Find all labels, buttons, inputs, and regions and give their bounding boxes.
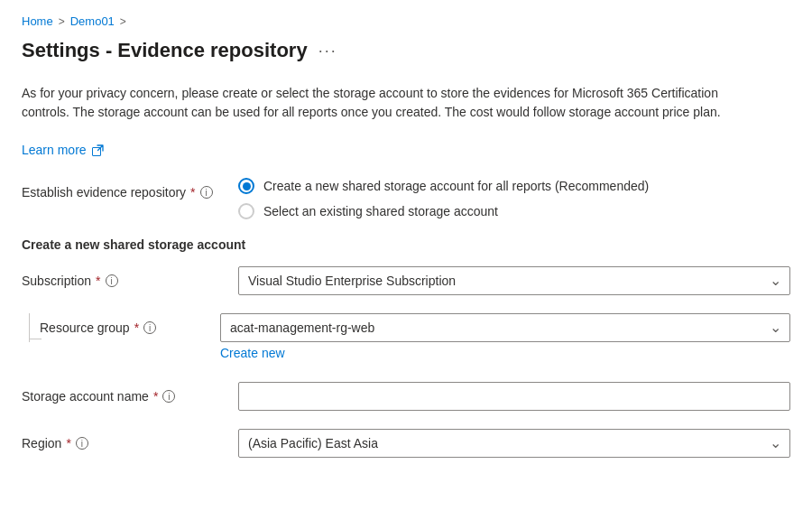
storage-account-control-col <box>238 382 790 411</box>
storage-account-info-icon[interactable]: i <box>162 390 175 403</box>
establish-repository-row: Establish evidence repository * i Create… <box>22 178 790 219</box>
radio-group: Create a new shared storage account for … <box>238 178 790 219</box>
external-link-icon <box>92 144 104 156</box>
breadcrumb-home[interactable]: Home <box>22 14 53 28</box>
establish-required: * <box>190 185 195 200</box>
region-row: Region * i (Asia Pacific) East Asia <box>22 429 790 458</box>
subscription-row: Subscription * i Visual Studio Enterpris… <box>22 266 790 295</box>
region-info-icon[interactable]: i <box>76 437 88 450</box>
create-new-link[interactable]: Create new <box>220 346 285 360</box>
radio-circle-select-existing <box>238 203 254 219</box>
breadcrumb-sep-2: > <box>120 15 126 28</box>
page-title: Settings - Evidence repository <box>22 39 308 62</box>
subscription-label: Subscription <box>22 274 91 288</box>
establish-control-col: Create a new shared storage account for … <box>238 178 790 219</box>
connector-decoration <box>22 313 40 364</box>
description-block: As for your privacy concern, please crea… <box>22 84 761 160</box>
learn-more-link[interactable]: Learn more <box>22 141 104 160</box>
resource-group-select[interactable]: acat-management-rg-web <box>220 313 790 342</box>
storage-account-label: Storage account name <box>22 389 149 404</box>
establish-label-col: Establish evidence repository * i <box>22 178 220 200</box>
resource-group-info-icon[interactable]: i <box>143 321 156 334</box>
establish-label: Establish evidence repository <box>22 185 186 200</box>
region-label: Region <box>22 436 61 450</box>
subscription-info-icon[interactable]: i <box>106 274 118 287</box>
subscription-label-col: Subscription * i <box>22 266 220 288</box>
radio-create-new[interactable]: Create a new shared storage account for … <box>238 178 790 194</box>
radio-label-create-new: Create a new shared storage account for … <box>263 179 649 193</box>
resource-group-row: Resource group * i acat-management-rg-we… <box>22 313 790 364</box>
resource-group-select-wrapper: acat-management-rg-web <box>220 313 790 342</box>
radio-circle-create-new <box>238 178 254 194</box>
description-text: As for your privacy concern, please crea… <box>22 84 761 122</box>
subscription-select-wrapper: Visual Studio Enterprise Subscription <box>238 266 790 295</box>
subsection-heading: Create a new shared storage account <box>22 237 790 252</box>
subscription-select[interactable]: Visual Studio Enterprise Subscription <box>238 266 790 295</box>
breadcrumb-demo[interactable]: Demo01 <box>70 14 115 28</box>
resource-group-label-col: Resource group * i <box>22 313 220 364</box>
region-label-col: Region * i <box>22 429 220 450</box>
radio-label-select-existing: Select an existing shared storage accoun… <box>263 204 498 218</box>
storage-account-input[interactable] <box>238 382 790 411</box>
region-control-col: (Asia Pacific) East Asia <box>238 429 790 458</box>
storage-account-required: * <box>153 389 158 404</box>
breadcrumb: Home > Demo01 > <box>22 14 790 28</box>
radio-inner-create-new <box>243 182 251 190</box>
region-select[interactable]: (Asia Pacific) East Asia <box>238 429 790 458</box>
subscription-required: * <box>96 274 100 288</box>
region-select-wrapper: (Asia Pacific) East Asia <box>238 429 790 458</box>
resource-group-required: * <box>134 320 139 335</box>
resource-group-label-inner: Resource group * i <box>40 313 156 335</box>
page-header: Settings - Evidence repository ··· <box>22 39 790 62</box>
breadcrumb-sep-1: > <box>59 15 65 28</box>
resource-group-control-col: acat-management-rg-web Create new <box>220 313 790 360</box>
resource-group-label: Resource group <box>40 320 130 335</box>
more-options-icon[interactable]: ··· <box>318 42 337 60</box>
form-section: Establish evidence repository * i Create… <box>22 178 790 458</box>
storage-account-row: Storage account name * i <box>22 382 790 411</box>
radio-select-existing[interactable]: Select an existing shared storage accoun… <box>238 203 790 219</box>
region-required: * <box>66 436 70 450</box>
establish-info-icon[interactable]: i <box>200 186 213 199</box>
subscription-control-col: Visual Studio Enterprise Subscription <box>238 266 790 295</box>
storage-account-label-col: Storage account name * i <box>22 382 220 404</box>
